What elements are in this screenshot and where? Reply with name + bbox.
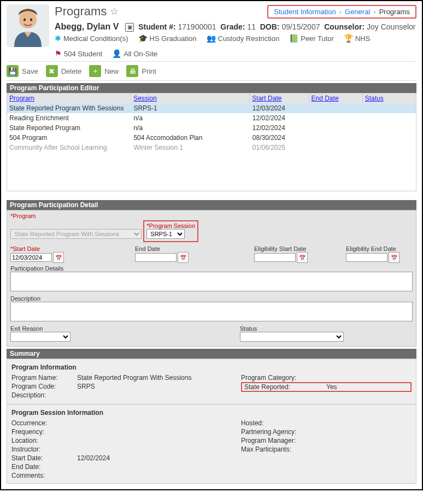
cell-program: Reading Enrichment <box>7 114 131 122</box>
table-row[interactable]: Community After School LearningWinter Se… <box>7 143 416 153</box>
col-session[interactable]: Session <box>131 93 250 103</box>
comments-label: Comments: <box>11 472 77 479</box>
program-desc-label: Description: <box>11 391 77 399</box>
flag-medical[interactable]: ✱Medical Condition(s) <box>55 34 128 43</box>
page-title-text: Programs <box>55 4 107 19</box>
cell-session: Winter Session 1 <box>131 143 250 152</box>
summary-panel: Program Information Program Name:State R… <box>7 359 416 484</box>
flag-onsite[interactable]: 👤All On-Site <box>112 49 157 58</box>
eligibility-end-input[interactable] <box>346 253 387 262</box>
flag-nhs[interactable]: 🏆NHS <box>344 34 370 43</box>
action-toolbar: 💾Save ✖Delete ＋New 🖶Print <box>7 61 416 81</box>
state-reported-value: Yes <box>326 383 408 391</box>
program-session-highlight: *Program Session SRPS-1 <box>143 220 198 242</box>
program-session-select[interactable]: SRPS-1 <box>146 229 185 239</box>
program-participation-detail: *Program State Reported Program With Ses… <box>7 210 416 347</box>
start-date-input[interactable] <box>10 253 52 262</box>
cell-end-date <box>309 114 363 122</box>
calendar-icon[interactable]: 📅 <box>389 252 400 263</box>
favorite-star-icon[interactable]: ☆ <box>110 5 119 17</box>
calendar-icon[interactable]: 📅 <box>178 252 189 263</box>
instructor-label: Instructor: <box>11 446 77 453</box>
program-manager-label: Program Manager: <box>241 437 323 444</box>
cell-session: n/a <box>131 114 250 122</box>
table-row[interactable]: 504 Program504 Accomodation Plan08/30/20… <box>7 133 416 143</box>
flag-peer-tutor[interactable]: 📗Peer Tutor <box>289 34 334 43</box>
flag-icon: ⚑ <box>55 49 62 58</box>
summary-section-title: Summary <box>7 349 416 359</box>
flag-graduation[interactable]: 🎓HS Graduation <box>138 34 197 43</box>
cell-status <box>362 114 416 122</box>
cell-status <box>362 143 416 152</box>
counselor-label: Counselor: <box>324 22 365 31</box>
program-category-label: Program Category: <box>241 374 323 382</box>
end-date-input[interactable] <box>135 253 177 262</box>
dob-label: DOB: <box>260 22 280 31</box>
program-desc-value <box>77 391 241 399</box>
cell-start-date: 12/02/2024 <box>250 114 309 122</box>
eligibility-start-label: Eligibility Start Date <box>254 245 308 252</box>
table-row[interactable]: Reading Enrichmentn/a12/02/2024 <box>7 113 416 123</box>
flag-504[interactable]: ⚑504 Student <box>55 49 102 58</box>
cell-start-date: 08/30/2024 <box>250 133 309 142</box>
end-date-label: End Date <box>135 245 189 252</box>
program-session-info-title: Program Session Information <box>11 409 412 417</box>
start-date-label: *Start Date <box>10 245 64 252</box>
cell-start-date: 12/03/2024 <box>250 104 309 113</box>
hosted-label: Hosted: <box>241 419 323 427</box>
breadcrumb-general[interactable]: General <box>345 8 370 16</box>
program-name-label: Program Name: <box>11 374 77 382</box>
print-button[interactable]: 🖶Print <box>126 65 156 77</box>
state-reported-label: State Reported: <box>244 383 326 391</box>
breadcrumb-current: Programs <box>379 8 410 16</box>
save-icon: 💾 <box>7 65 19 77</box>
save-button[interactable]: 💾Save <box>7 65 38 77</box>
program-code-label: Program Code: <box>11 383 77 390</box>
program-name-value: State Reported Program With Sessions <box>77 374 241 382</box>
col-start-date[interactable]: Start Date <box>250 93 309 103</box>
session-start-date-value: 12/02/2024 <box>77 454 241 462</box>
breadcrumb-student-info[interactable]: Student Information <box>274 8 336 16</box>
detail-section-title: Program Participation Detail <box>7 200 416 210</box>
delete-icon: ✖ <box>46 65 58 77</box>
status-select[interactable] <box>240 332 344 342</box>
exit-reason-select[interactable] <box>10 332 70 342</box>
table-row[interactable]: State Reported Program With SessionsSRPS… <box>7 103 416 113</box>
cell-program: State Reported Program With Sessions <box>7 104 131 113</box>
col-end-date[interactable]: End Date <box>309 93 363 103</box>
cell-session: n/a <box>131 124 250 132</box>
cell-status <box>362 133 416 142</box>
participation-details-textarea[interactable] <box>10 272 413 291</box>
col-program[interactable]: Program <box>7 93 131 103</box>
col-status[interactable]: Status <box>363 93 416 103</box>
partnering-agency-label: Partnering Agency: <box>241 428 323 436</box>
new-button[interactable]: ＋New <box>89 65 119 77</box>
cell-program: Community After School Learning <box>7 143 131 152</box>
program-session-label: *Program Session <box>146 222 195 229</box>
cell-program: State Reported Program <box>7 124 131 132</box>
cell-end-date <box>309 104 363 113</box>
delete-button[interactable]: ✖Delete <box>46 65 82 77</box>
description-textarea[interactable] <box>10 302 413 321</box>
person-icon: 👤 <box>112 49 121 58</box>
cell-end-date <box>309 133 363 142</box>
dob-value: 09/15/2007 <box>281 22 320 31</box>
cell-end-date <box>309 143 363 152</box>
counselor-value: Joy Counselor <box>367 22 416 31</box>
cell-session: 504 Accomodation Plan <box>131 133 250 142</box>
status-label: Status <box>240 325 404 332</box>
grade-value: 11 <box>247 22 256 31</box>
student-info-line: Abegg, Dylan V ▣ Student #: 171900001 Gr… <box>55 22 416 32</box>
asterisk-icon: ✱ <box>55 34 61 43</box>
calendar-icon[interactable]: 📅 <box>297 252 308 263</box>
eligibility-end-label: Eligibility End Date <box>346 245 400 252</box>
eligibility-start-input[interactable] <box>254 253 296 262</box>
student-no: 171900001 <box>178 22 216 31</box>
flag-custody[interactable]: 👥Custody Restriction <box>207 34 280 43</box>
max-participants-label: Max Participants: <box>241 446 323 453</box>
id-card-icon[interactable]: ▣ <box>125 23 134 32</box>
program-select[interactable]: State Reported Program With Sessions <box>10 229 142 239</box>
table-row[interactable]: State Reported Programn/a12/02/2024 <box>7 123 416 133</box>
svg-point-3 <box>30 19 32 21</box>
calendar-icon[interactable]: 📅 <box>53 252 64 263</box>
